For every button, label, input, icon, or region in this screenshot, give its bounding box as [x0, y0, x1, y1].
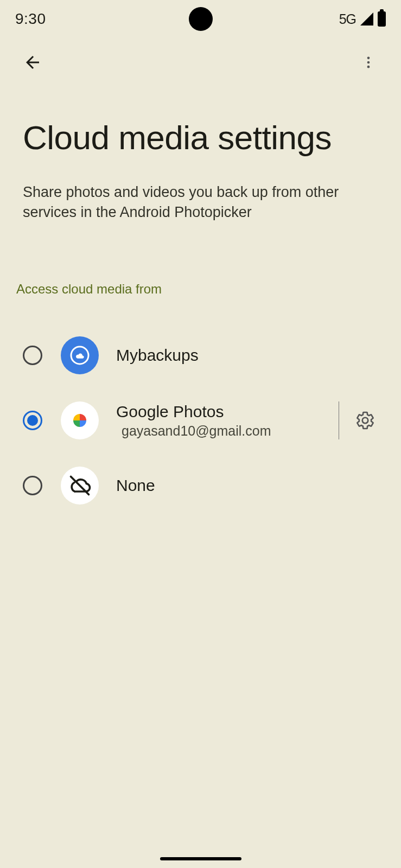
svg-point-0 — [367, 57, 370, 60]
more-vert-icon — [361, 55, 376, 70]
battery-icon — [378, 11, 386, 27]
overflow-menu-button[interactable] — [358, 52, 379, 73]
section-label: Access cloud media from — [16, 282, 378, 297]
mybackups-app-icon — [61, 336, 99, 374]
signal-icon — [360, 12, 373, 25]
option-title: Mybackups — [116, 346, 378, 365]
option-subtitle: gayasand10@gmail.com — [116, 423, 326, 439]
option-text: Google Photos gayasand10@gmail.com — [116, 403, 326, 439]
svg-point-1 — [367, 61, 370, 64]
svg-point-2 — [367, 66, 370, 68]
cloud-off-icon — [68, 474, 92, 497]
option-text: None — [116, 476, 378, 495]
vertical-divider — [339, 401, 339, 439]
google-photos-app-icon — [61, 401, 99, 439]
option-text: Mybackups — [116, 346, 378, 365]
content-area: Cloud media settings Share photos and vi… — [0, 87, 401, 518]
network-label: 5G — [339, 11, 356, 27]
clock: 9:30 — [15, 10, 46, 28]
page-title: Cloud media settings — [23, 119, 378, 156]
arrow-back-icon — [23, 53, 42, 72]
radio-google-photos[interactable] — [23, 411, 42, 430]
page-description: Share photos and videos you back up from… — [23, 182, 378, 222]
cloud-provider-options: Mybackups Google Photos gayasand10@gmail… — [23, 323, 378, 518]
radio-none[interactable] — [23, 476, 42, 495]
google-photos-settings-button[interactable] — [352, 407, 378, 433]
radio-mybackups[interactable] — [23, 346, 42, 365]
google-photos-icon — [67, 407, 93, 433]
status-indicators: 5G — [339, 11, 386, 27]
app-bar — [0, 38, 401, 87]
option-title: None — [116, 476, 378, 495]
camera-cutout — [189, 7, 213, 31]
navigation-handle[interactable] — [160, 857, 241, 860]
none-icon-container — [61, 467, 99, 505]
option-mybackups[interactable]: Mybackups — [23, 323, 378, 388]
gear-icon — [355, 411, 375, 430]
cloud-circle-icon — [68, 343, 92, 367]
option-title: Google Photos — [116, 403, 326, 421]
option-google-photos[interactable]: Google Photos gayasand10@gmail.com — [23, 388, 378, 453]
status-bar: 9:30 5G — [0, 0, 401, 38]
back-button[interactable] — [22, 52, 43, 73]
option-none[interactable]: None — [23, 453, 378, 518]
